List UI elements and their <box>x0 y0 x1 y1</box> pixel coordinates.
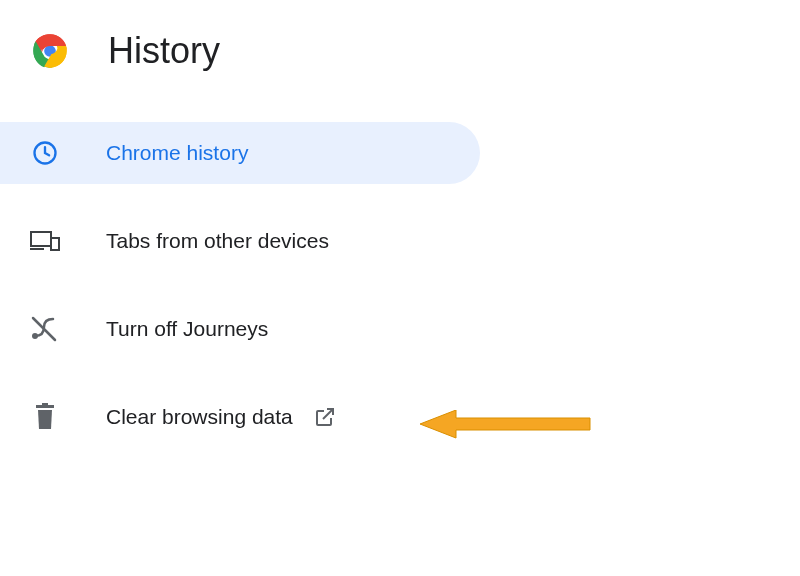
open-in-new-icon <box>313 405 337 429</box>
annotation-arrow-icon <box>420 410 620 458</box>
clock-icon <box>30 139 60 167</box>
svg-rect-9 <box>36 405 54 408</box>
menu-item-clear-browsing-data[interactable]: Clear browsing data <box>0 386 480 448</box>
journeys-off-icon <box>30 315 60 343</box>
menu-item-label: Clear browsing data <box>106 405 293 429</box>
menu-item-label: Turn off Journeys <box>106 317 268 341</box>
svg-rect-10 <box>42 403 48 405</box>
svg-marker-12 <box>420 410 590 438</box>
page-title: History <box>108 30 220 72</box>
svg-rect-6 <box>51 238 59 250</box>
svg-rect-4 <box>31 232 51 246</box>
menu-item-chrome-history[interactable]: Chrome history <box>0 122 480 184</box>
history-menu: Chrome history Tabs from other devices <box>0 122 800 448</box>
history-sidebar: History Chrome history Tabs from other <box>0 0 800 448</box>
devices-icon <box>30 229 60 253</box>
chrome-logo-icon <box>30 31 70 71</box>
header: History <box>0 30 800 72</box>
menu-item-label: Chrome history <box>106 141 248 165</box>
menu-item-label: Tabs from other devices <box>106 229 329 253</box>
menu-item-turn-off-journeys[interactable]: Turn off Journeys <box>0 298 480 360</box>
svg-line-11 <box>323 409 333 419</box>
trash-icon <box>30 403 60 431</box>
menu-item-tabs-from-other-devices[interactable]: Tabs from other devices <box>0 210 480 272</box>
